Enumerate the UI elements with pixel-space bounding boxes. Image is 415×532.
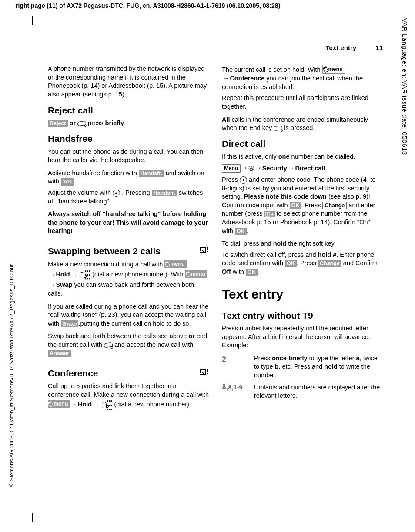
print-side-left: © Siemens AG 2003, C:\Daten_itl\Siemens\…	[8, 263, 16, 487]
key-umlaut-desc: Umlauts and numbers are displayed after …	[254, 383, 383, 400]
direct-p1: If this is active, only one number can b…	[222, 153, 383, 161]
running-header: Text entry 11	[48, 43, 383, 54]
sim-required-icon: !	[200, 367, 209, 377]
heading-without-t9: Text entry without T9	[222, 309, 383, 322]
softkey-handsfr: Handsfr.	[139, 170, 164, 177]
softkey-ok: OK	[246, 269, 258, 276]
softkey-change: Change	[322, 202, 347, 210]
end-key-icon	[104, 342, 113, 348]
softkey-menu: Menu	[222, 164, 241, 173]
crop-mark-top	[32, 16, 33, 25]
phone-icon	[185, 271, 191, 277]
call-menu-key: menu	[185, 270, 207, 278]
dial-with-keypad: ▪▪▪▪▪▪▪▪▪	[102, 401, 113, 408]
direct-nav: Menu→✇→Security→Direct call	[222, 164, 383, 173]
key-2-label: 2	[222, 354, 246, 380]
call-menu-key: menu	[164, 260, 186, 268]
arrow-icon: →	[70, 271, 78, 278]
heading-reject-call: Reject call	[48, 104, 209, 116]
arrow-icon: →	[287, 164, 295, 171]
sim-required-icon: !	[200, 245, 209, 255]
handsfree-p3: Adjust the volume with . Pressing Handsf…	[48, 189, 209, 206]
key-2-desc: Press once briefly to type the letter a,…	[254, 354, 383, 380]
call-menu-key-outline: menu	[322, 65, 345, 74]
conf-p1: Call up to 5 parties and link them toget…	[48, 382, 209, 411]
arrow-icon: →	[254, 164, 262, 171]
tools-icon: ✇	[248, 164, 254, 173]
arrow-icon: →	[241, 164, 249, 171]
arrow-icon: →	[92, 401, 100, 408]
softkey-ok: OK	[285, 260, 297, 267]
left-column: A phone number transmitted by the networ…	[48, 65, 209, 415]
key-umlaut-label: Ä,ä,1-9	[222, 383, 246, 400]
end-key-icon	[77, 121, 86, 126]
nav-up-icon	[113, 190, 120, 197]
direct-p3: To dial, press and hold the right soft k…	[222, 239, 383, 248]
hand-icon	[102, 402, 107, 408]
phone-icon	[322, 66, 328, 73]
page-content: Text entry 11 A phone number transmitted…	[48, 43, 383, 416]
softkey-answer: Answer	[48, 350, 71, 357]
softkey-reject: Reject	[48, 120, 68, 127]
end-key-icon	[274, 126, 283, 131]
arrow-icon: →	[48, 271, 56, 278]
hand-icon	[80, 272, 84, 278]
textentry-p1: Press number key repeatedly until the re…	[222, 324, 383, 350]
swap-p1: Make a new connection during a call with…	[48, 260, 209, 298]
crop-mark-bottom	[32, 513, 33, 522]
example-row-2: 2 Press once briefly to type the letter …	[222, 354, 383, 380]
nav-right-icon	[240, 176, 247, 184]
right-column: The current call is set on hold. With me…	[222, 65, 383, 415]
page-number: 11	[375, 43, 383, 52]
direct-p4: To switch direct call off, press and hol…	[222, 251, 383, 276]
swap-p2: If you are called during a phone call an…	[48, 303, 209, 328]
heading-conference: Conference	[48, 367, 98, 379]
softkey-change: Change	[318, 260, 341, 267]
direct-p2: Press and enter phone code. The phone co…	[222, 176, 383, 235]
softkey-handsfr-2: Handsfr.	[152, 190, 177, 196]
print-header: right page (11) of AX72 Pegasus-DTC, FUG…	[16, 2, 280, 10]
phone-icon	[48, 401, 54, 408]
heading-handsfree: Handsfree	[48, 133, 209, 145]
print-side-right: VAR Language: en; VAR issue date: 050613	[400, 18, 409, 155]
arrow-icon: →	[222, 75, 230, 82]
phone-icon	[164, 261, 170, 267]
conf2-p1: The current call is set on hold. With me…	[222, 65, 383, 91]
handsfree-p1: You can put the phone aside during a cal…	[48, 148, 209, 165]
handsfree-warning: Always switch off "handsfree talking" be…	[48, 210, 209, 236]
swap-p3: Swap back and forth between the calls se…	[48, 332, 209, 358]
handsfree-p2: Activate handsfree function with Handsfr…	[48, 169, 209, 186]
call-menu-key: menu	[48, 400, 70, 408]
running-title: Text entry	[326, 44, 357, 51]
softkey-ok: OK	[290, 202, 301, 209]
example-row-umlaut: Ä,ä,1-9 Umlauts and numbers are displaye…	[222, 383, 383, 400]
arrow-icon: →	[70, 401, 78, 408]
conf2-p2: Repeat this procedure until all particip…	[222, 94, 383, 111]
dial-with-keypad: ▪▪▪▪▪▪▪▪▪	[80, 271, 90, 278]
intro-paragraph: A phone number transmitted by the networ…	[48, 65, 209, 99]
arrow-icon: →	[48, 281, 56, 288]
softkey-ok: OK	[235, 228, 247, 235]
conf2-p3: All calls in the conference are ended si…	[222, 116, 383, 133]
phonebook-select-icon	[264, 211, 275, 217]
softkey-yes: Yes	[61, 178, 74, 185]
heading-swapping: Swapping between 2 calls	[48, 245, 161, 257]
heading-direct-call: Direct call	[222, 138, 383, 150]
heading-text-entry: Text entry	[222, 286, 383, 303]
softkey-swap: Swap	[61, 320, 79, 327]
print-header-text: right page (11) of AX72 Pegasus-DTC, FUG…	[16, 2, 280, 9]
reject-line: Reject or press briefly.	[48, 119, 209, 128]
